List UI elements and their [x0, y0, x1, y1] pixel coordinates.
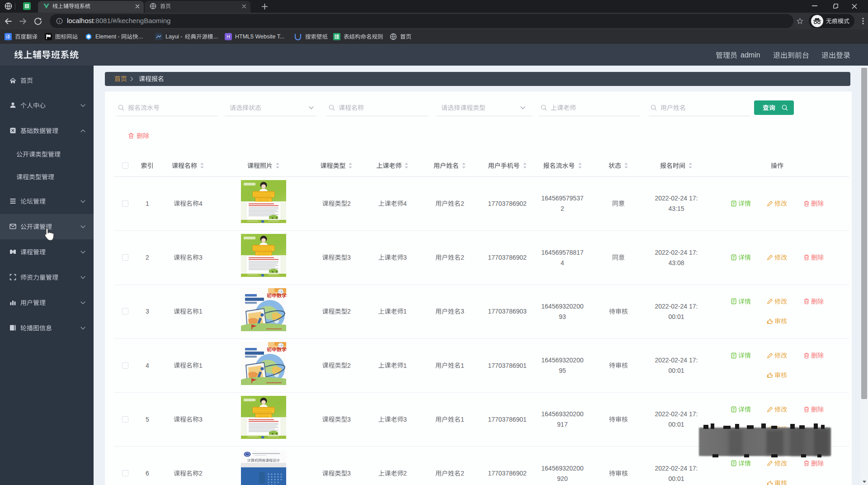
svg-text:H: H [226, 34, 230, 39]
